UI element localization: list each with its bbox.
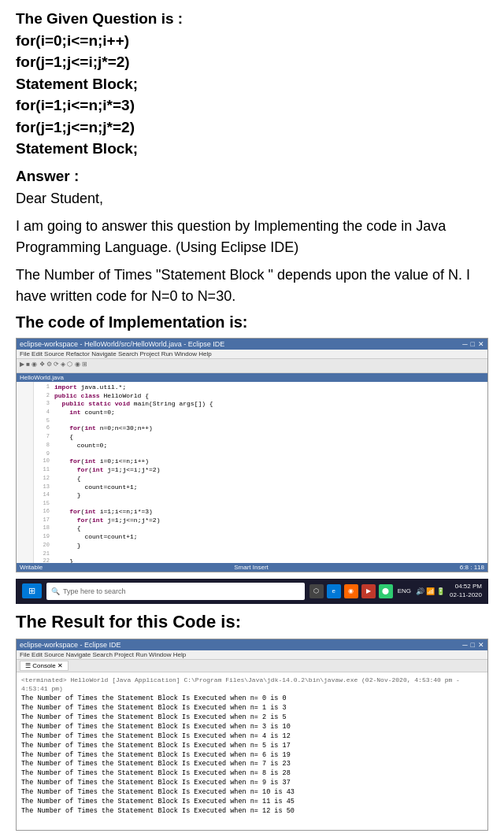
code-line-12: 12 { <box>37 475 484 483</box>
console-line-1: The Number of Times the Statement Block … <box>21 694 483 704</box>
eclipse-tabs-2: ☰ Console ✕ <box>17 660 487 672</box>
question-line-4: for(i=1;i<=n;i*=3) <box>16 94 488 117</box>
code-line-6: 6 for(int n=0;n<=30;n++) <box>37 424 484 433</box>
eclipse-code-editor-1[interactable]: 1import java.util.*; 2public class Hello… <box>34 382 487 563</box>
code-line-22: 22 } <box>37 557 484 563</box>
console-output: <terminated> HelloWorld [Java Applicatio… <box>17 672 487 830</box>
volume-icon: 📶 <box>426 587 435 595</box>
eclipse-window-2: eclipse-workspace - Eclipse IDE ─ □ ✕ Fi… <box>16 639 488 831</box>
code-line-3: 3 public static void main(String args[])… <box>37 400 484 409</box>
result-heading: The Result for this Code is: <box>16 612 488 632</box>
question-line-6: Statement Block; <box>16 138 488 160</box>
code-line-7: 7 { <box>37 433 484 442</box>
result-section: The Result for this Code is: <box>16 612 488 632</box>
code-line-1: 1import java.util.*; <box>37 383 484 392</box>
answer-section: Answer : Dear Student, I am going to ans… <box>16 168 488 331</box>
question-line-5: for(j=1;j<=n;j*=2) <box>16 117 488 139</box>
search-icon: 🔍 <box>51 587 60 595</box>
close-icon[interactable]: ✕ <box>478 340 484 348</box>
code-line-4: 4 int count=0; <box>37 409 484 417</box>
code-line-9: 9 <box>37 450 484 457</box>
eclipse-menubar-1[interactable]: File Edit Source Refactor Navigate Searc… <box>17 350 487 359</box>
eclipse-window-1: eclipse-workspace - HelloWorld/src/Hello… <box>16 338 488 572</box>
titlebar-controls-1: ─ □ ✕ <box>462 340 484 348</box>
code-line-14: 14 } <box>37 491 484 500</box>
eclipse-titlebar-2: eclipse-workspace - Eclipse IDE ─ □ ✕ <box>17 639 487 650</box>
code-line-19: 19 count=count+1; <box>37 533 484 542</box>
status-insert: Smart Insert <box>234 564 269 571</box>
code-line-5: 5 <box>37 417 484 424</box>
console-line-13: The Number of Times the Statement Block … <box>21 807 483 817</box>
taskbar-search-box[interactable]: 🔍 Type here to search <box>46 583 305 600</box>
console-line-8: The Number of Times the Statement Block … <box>21 760 483 769</box>
taskbar-icon-3[interactable]: ◉ <box>344 584 358 598</box>
code-line-15: 15 <box>37 500 484 507</box>
impl-heading: The code of Implementation is: <box>16 313 488 331</box>
answer-heading: Answer : <box>16 168 488 185</box>
console-terminated-line: <terminated> HelloWorld [Java Applicatio… <box>21 676 483 693</box>
answer-intro: Dear Student, <box>16 188 488 209</box>
eclipse-title-text-2: eclipse-workspace - Eclipse IDE <box>20 641 121 649</box>
question-section: The Given Question is : for(i=0;i<=n;i++… <box>16 8 488 160</box>
eclipse-sidebar-1 <box>17 382 34 563</box>
code-line-2: 2public class HelloWorld { <box>37 392 484 401</box>
code-line-17: 17 for(int j=1;j<=n;j*=2) <box>37 517 484 525</box>
minimize-icon[interactable]: ─ <box>462 340 467 348</box>
maximize-icon[interactable]: □ <box>471 340 475 348</box>
console-line-9: The Number of Times the Statement Block … <box>21 769 483 779</box>
taskbar-icon-4[interactable]: ▶ <box>361 584 376 598</box>
question-line-1: for(i=0;i<=n;i++) <box>16 30 488 52</box>
code-line-10: 10 for(int i=0;i<=n;i++) <box>37 457 484 466</box>
code-line-16: 16 for(int i=1;i<=n;i*=3) <box>37 508 484 517</box>
eclipse-toolbar-1: ▶ ■ ◉ ❖ ⚙ ⟳ ◈ ⬡ ◉ ⊞ <box>17 359 487 373</box>
console-line-7: The Number of Times the Statement Block … <box>21 751 483 761</box>
maximize-icon-2[interactable]: □ <box>471 641 475 649</box>
console-tab[interactable]: ☰ Console ✕ <box>20 661 69 671</box>
code-line-20: 20 } <box>37 542 484 550</box>
console-line-5: The Number of Times the Statement Block … <box>21 732 483 742</box>
code-line-11: 11 for(int j=1;j<=i;j*=2) <box>37 466 484 475</box>
console-line-3: The Number of Times the Statement Block … <box>21 713 483 723</box>
answer-body1: I am going to answer this question by Im… <box>16 216 488 258</box>
minimize-icon-2[interactable]: ─ <box>462 641 467 649</box>
taskbar-app-icons: ⬡ e ◉ ▶ ⬤ <box>309 584 393 598</box>
console-line-2: The Number of Times the Statement Block … <box>21 704 483 713</box>
system-icons: 🔊 📶 🔋 <box>416 587 445 595</box>
lang-indicator: ENG <box>398 587 411 594</box>
console-line-4: The Number of Times the Statement Block … <box>21 723 483 732</box>
clock-date: 02-11-2020 <box>450 591 482 599</box>
question-line-3: Statement Block; <box>16 73 488 95</box>
taskbar-system-tray: ENG 🔊 📶 🔋 04:52 PM 02-11-2020 <box>398 583 482 599</box>
taskbar-icon-2[interactable]: e <box>327 584 341 598</box>
taskbar-search-label: Type here to search <box>63 587 126 595</box>
taskbar-icon-1[interactable]: ⬡ <box>309 584 324 598</box>
taskbar-icon-5[interactable]: ⬤ <box>379 584 393 598</box>
eclipse-editor-body-1: 1import java.util.*; 2public class Hello… <box>17 382 487 563</box>
console-line-10: The Number of Times the Statement Block … <box>21 779 483 788</box>
code-line-21: 21 <box>37 550 484 557</box>
page-title: The Given Question is : <box>16 8 488 30</box>
code-line-8: 8 count=0; <box>37 442 484 450</box>
start-button[interactable]: ⊞ <box>22 583 42 598</box>
console-line-6: The Number of Times the Statement Block … <box>21 742 483 751</box>
console-line-11: The Number of Times the Statement Block … <box>21 788 483 798</box>
system-clock: 04:52 PM 02-11-2020 <box>450 583 482 599</box>
taskbar: ⊞ 🔍 Type here to search ⬡ e ◉ ▶ ⬤ ENG 🔊 … <box>16 579 488 604</box>
status-position: 6:8 : 118 <box>460 564 484 571</box>
file-tab-label-1: HelloWorld.java <box>20 374 64 381</box>
eclipse-menubar-2[interactable]: File Edit Source Navigate Search Project… <box>17 650 487 660</box>
close-icon-2[interactable]: ✕ <box>478 641 484 649</box>
code-line-18: 18 { <box>37 524 484 533</box>
file-tab-1[interactable]: HelloWorld.java <box>17 373 487 382</box>
clock-time: 04:52 PM <box>450 583 482 591</box>
toolbar-icons: ▶ ■ ◉ ❖ ⚙ ⟳ ◈ ⬡ ◉ ⊞ <box>20 361 87 368</box>
eclipse-title-text-1: eclipse-workspace - HelloWorld/src/Hello… <box>20 340 224 348</box>
question-line-2: for(j=1;j<=i;j*=2) <box>16 51 488 73</box>
network-icon: 🔊 <box>416 587 424 595</box>
answer-body2: The Number of Times "Statement Block " d… <box>16 265 488 307</box>
battery-icon: 🔋 <box>436 587 445 595</box>
code-line-13: 13 count=count+1; <box>37 483 484 492</box>
status-writable: Writable <box>20 564 43 571</box>
eclipse-statusbar-1: Writable Smart Insert 6:8 : 118 <box>17 563 487 572</box>
console-line-12: The Number of Times the Statement Block … <box>21 798 483 807</box>
